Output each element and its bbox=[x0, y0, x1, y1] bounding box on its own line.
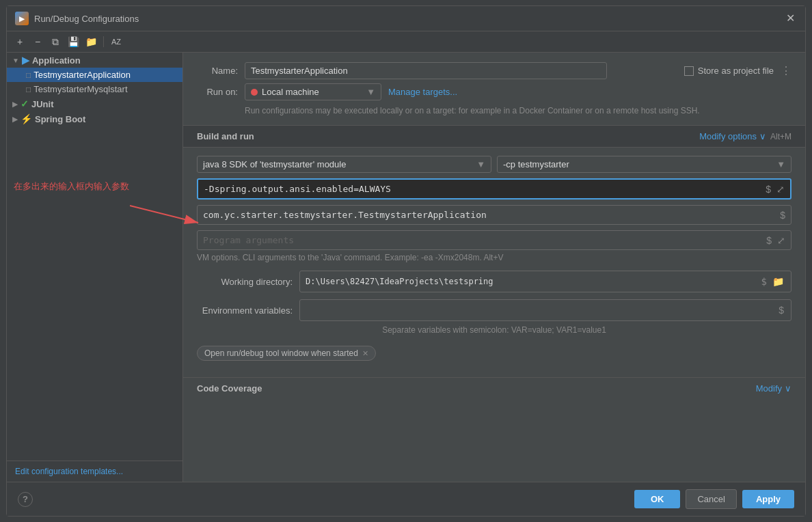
modify-options-button[interactable]: Modify options ∨ bbox=[699, 131, 766, 141]
sidebar-item-junit[interactable]: ▶ ✓ JUnit bbox=[7, 96, 182, 111]
program-args-row: $ ⤢ bbox=[197, 230, 791, 250]
manage-targets-link[interactable]: Manage targets... bbox=[388, 87, 457, 97]
build-run-header: Build and run Modify options ∨ Alt+M bbox=[183, 125, 805, 148]
junit-icon: ✓ bbox=[21, 98, 29, 109]
bottom-bar: ? OK Cancel Apply bbox=[7, 482, 805, 516]
run-on-section: Run on: Local machine ▼ Manage targets..… bbox=[183, 83, 805, 125]
run-on-chevron-icon: ▼ bbox=[366, 87, 375, 97]
working-dir-folder-icon[interactable]: 📁 bbox=[771, 275, 785, 288]
prog-args-dollar-icon[interactable]: $ bbox=[765, 234, 773, 247]
mysql-file-icon: □ bbox=[26, 85, 31, 94]
testmystarter-mysql-label: TestmystarterMysqlstart bbox=[33, 84, 127, 94]
program-args-input[interactable] bbox=[198, 231, 761, 249]
expand-arrow-junit: ▶ bbox=[12, 100, 18, 108]
main-content: ▼ ▶ Application □ TestmystarterApplicati… bbox=[7, 53, 805, 482]
application-icon: ▶ bbox=[22, 55, 29, 66]
name-label: Name: bbox=[197, 66, 238, 76]
vm-input-actions: $ ⤢ bbox=[760, 182, 790, 196]
run-on-dropdown[interactable]: Local machine ▼ bbox=[245, 83, 381, 100]
expand-arrow-application: ▼ bbox=[12, 57, 19, 64]
store-as-project-checkbox[interactable] bbox=[684, 66, 694, 76]
main-class-input[interactable] bbox=[198, 206, 774, 224]
dialog-title: Run/Debug Configurations bbox=[34, 14, 781, 24]
vm-hint-text: VM options. CLI arguments to the 'Java' … bbox=[197, 253, 791, 262]
sdk-row: java 8 SDK of 'testmystarter' module ▼ -… bbox=[197, 156, 791, 173]
env-vars-row: Environment variables: $ bbox=[197, 299, 791, 321]
cp-chevron-icon: ▼ bbox=[776, 159, 785, 169]
sdk-dropdown[interactable]: java 8 SDK of 'testmystarter' module ▼ bbox=[197, 156, 491, 173]
run-debug-dialog: ▶ Run/Debug Configurations ✕ + − ⧉ 💾 📁 A… bbox=[6, 5, 806, 517]
vm-dollar-icon[interactable]: $ bbox=[764, 182, 772, 196]
sidebar-item-testmystarter-mysql[interactable]: □ TestmystarterMysqlstart bbox=[7, 82, 182, 96]
sidebar-item-application[interactable]: ▼ ▶ Application bbox=[7, 53, 182, 68]
sidebar-item-spring-boot[interactable]: ▶ ⚡ Spring Boot bbox=[7, 111, 182, 126]
right-panel: Name: Store as project file ⋮ Run on: Lo… bbox=[183, 53, 805, 482]
app-file-icon: □ bbox=[26, 70, 31, 80]
sidebar-item-testmystarter-application[interactable]: □ TestmystarterApplication bbox=[7, 68, 182, 82]
local-machine-icon bbox=[251, 89, 258, 96]
copy-config-button[interactable]: ⧉ bbox=[48, 34, 63, 49]
app-icon: ▶ bbox=[15, 12, 29, 25]
build-run-section: java 8 SDK of 'testmystarter' module ▼ -… bbox=[183, 148, 805, 377]
add-config-button[interactable]: + bbox=[12, 34, 27, 49]
spring-boot-group-label: Spring Boot bbox=[35, 114, 85, 124]
separator-hint: Separate variables with semicolon: VAR=v… bbox=[197, 325, 791, 335]
name-row: Name: Store as project file ⋮ bbox=[183, 53, 805, 83]
code-coverage-chevron-icon: ∨ bbox=[785, 383, 791, 394]
code-coverage-modify-button[interactable]: Modify ∨ bbox=[756, 383, 791, 394]
working-dir-icons: $ 📁 bbox=[760, 275, 785, 288]
expand-arrow-spring: ▶ bbox=[12, 115, 18, 123]
cp-dropdown[interactable]: -cp testmystarter ▼ bbox=[497, 156, 791, 173]
working-dir-dollar-icon[interactable]: $ bbox=[760, 275, 768, 288]
help-button[interactable]: ? bbox=[18, 492, 33, 507]
run-on-hint: Run configurations may be executed local… bbox=[245, 105, 791, 117]
working-dir-value: D:\Users\82427\IdeaProjects\testspring bbox=[306, 277, 760, 286]
store-more-button[interactable]: ⋮ bbox=[781, 64, 791, 77]
edit-config-templates-link[interactable]: Edit configuration templates... bbox=[7, 461, 182, 482]
spring-icon: ⚡ bbox=[21, 113, 32, 124]
application-group-label: Application bbox=[32, 55, 81, 66]
tags-row: Open run/debug tool window when started … bbox=[197, 346, 791, 361]
modify-options-area: Modify options ∨ Alt+M bbox=[699, 131, 791, 141]
cp-value: -cp testmystarter bbox=[503, 159, 569, 169]
open-tool-window-label: Open run/debug tool window when started bbox=[204, 348, 358, 358]
vm-options-row: $ ⤢ bbox=[197, 178, 791, 200]
title-bar: ▶ Run/Debug Configurations ✕ bbox=[7, 6, 805, 31]
open-folder-button[interactable]: 📁 bbox=[83, 34, 98, 49]
vm-expand-icon[interactable]: ⤢ bbox=[775, 182, 786, 196]
run-on-label: Run on: bbox=[197, 87, 238, 97]
store-as-project-label: Store as project file bbox=[698, 66, 774, 76]
junit-group-label: JUnit bbox=[31, 99, 54, 109]
open-tool-window-tag: Open run/debug tool window when started … bbox=[197, 346, 376, 361]
remove-config-button[interactable]: − bbox=[30, 34, 45, 49]
modify-options-shortcut: Alt+M bbox=[770, 132, 791, 141]
testmystarter-app-label: TestmystarterApplication bbox=[33, 70, 131, 80]
open-tool-window-close[interactable]: ✕ bbox=[362, 349, 368, 358]
toolbar: + − ⧉ 💾 📁 AZ bbox=[7, 31, 805, 53]
name-input[interactable] bbox=[245, 62, 607, 79]
sdk-chevron-icon: ▼ bbox=[476, 159, 485, 169]
code-coverage-label: Code Coverage bbox=[197, 383, 262, 394]
working-dir-label: Working directory: bbox=[197, 277, 293, 287]
prog-args-expand-icon[interactable]: ⤢ bbox=[776, 234, 787, 247]
sdk-value: java 8 SDK of 'testmystarter' module bbox=[203, 159, 346, 169]
run-on-row: Run on: Local machine ▼ Manage targets..… bbox=[197, 83, 791, 100]
cancel-button[interactable]: Cancel bbox=[686, 489, 736, 509]
apply-button[interactable]: Apply bbox=[742, 490, 794, 508]
ok-button[interactable]: OK bbox=[634, 490, 681, 508]
sort-button[interactable]: AZ bbox=[109, 34, 124, 49]
env-vars-dollar-icon[interactable]: $ bbox=[777, 303, 785, 317]
left-panel: ▼ ▶ Application □ TestmystarterApplicati… bbox=[7, 53, 183, 482]
env-vars-label: Environment variables: bbox=[197, 305, 293, 316]
code-coverage-row: Code Coverage Modify ∨ bbox=[183, 377, 805, 399]
main-class-dollar-icon[interactable]: $ bbox=[779, 208, 787, 222]
vm-options-input[interactable] bbox=[198, 180, 760, 198]
save-config-button[interactable]: 💾 bbox=[66, 34, 81, 49]
close-button[interactable]: ✕ bbox=[786, 13, 797, 24]
working-dir-input[interactable]: D:\Users\82427\IdeaProjects\testspring $… bbox=[299, 271, 791, 292]
main-class-row: $ bbox=[197, 205, 791, 225]
env-vars-input[interactable]: $ bbox=[299, 299, 791, 321]
run-on-value: Local machine bbox=[262, 87, 319, 97]
store-project-area: Store as project file ⋮ bbox=[684, 64, 791, 77]
toolbar-separator bbox=[103, 36, 104, 47]
